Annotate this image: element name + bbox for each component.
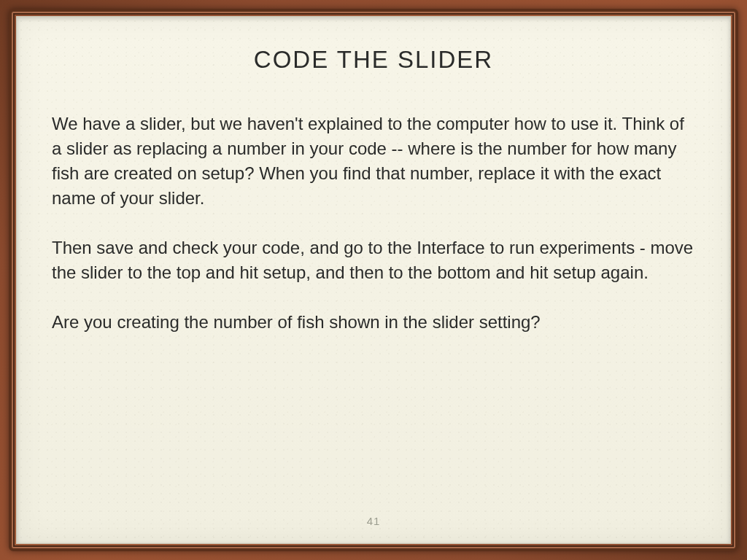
slide-body: We have a slider, but we haven't explain… [52,112,695,335]
paragraph: Are you creating the number of fish show… [52,310,695,335]
slide-paper: CODE THE SLIDER We have a slider, but we… [16,16,731,544]
paragraph: We have a slider, but we haven't explain… [52,112,695,211]
page-number: 41 [17,515,730,527]
paragraph: Then save and check your code, and go to… [52,236,695,285]
slide-frame: CODE THE SLIDER We have a slider, but we… [9,9,738,551]
slide-title: CODE THE SLIDER [52,46,695,74]
